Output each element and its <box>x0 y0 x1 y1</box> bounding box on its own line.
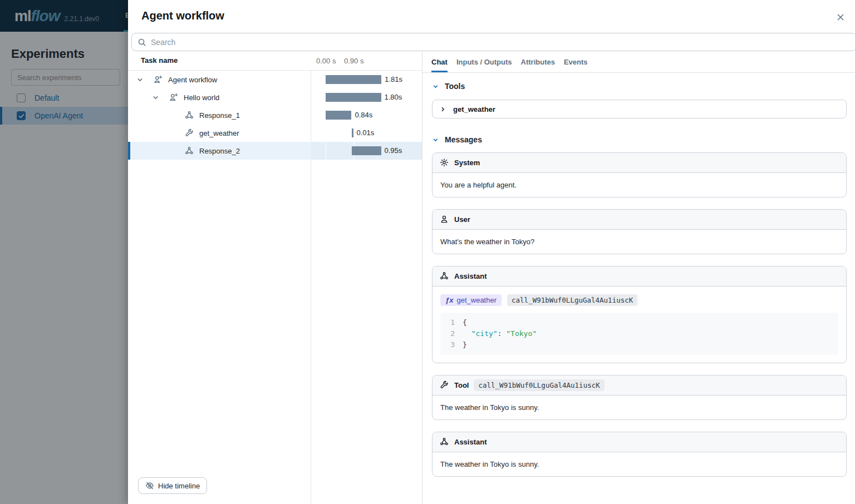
model-icon <box>185 111 194 120</box>
tools-section-label: Tools <box>445 82 465 91</box>
modal-body: Task name 0.00 s 0.90 s Agent workflow1.… <box>128 52 855 504</box>
message-text: What's the weather in Tokyo? <box>440 238 838 246</box>
duration-bar <box>326 93 381 102</box>
hide-timeline-label: Hide timeline <box>158 482 200 490</box>
tree-node-label: Agent workflow <box>168 76 217 84</box>
code-token: "Tokyo" <box>506 329 537 338</box>
message-role-label: User <box>454 215 470 224</box>
duration-label: 0.01s <box>357 129 375 137</box>
wrench-icon <box>185 129 194 137</box>
tree-row[interactable]: Response_20.95s <box>128 142 422 160</box>
message-card-body: The weather in Tokyo is sunny. <box>433 396 846 419</box>
timeline-gridline <box>353 106 354 124</box>
trace-modal: Agent workflow Task name 0.00 s 0.90 s A… <box>128 0 855 504</box>
message-card: Toolcall_W91bWuf0LLguGal4Au1iuscKThe wea… <box>432 375 847 420</box>
tree-row-name-cell: Hello world <box>128 88 311 106</box>
message-text: The weather in Tokyo is sunny. <box>440 403 838 412</box>
timeline-tick-0: 0.00 s <box>316 57 336 65</box>
tree-row[interactable]: Response_10.84s <box>128 106 422 124</box>
tree-row[interactable]: Agent workflow1.81s <box>128 71 422 88</box>
messages-section-header[interactable]: Messages <box>432 135 847 144</box>
tab-inputs-outputs[interactable]: Inputs / Outputs <box>456 52 512 72</box>
tree-node-label: Response_2 <box>199 147 240 155</box>
messages-list: SystemYou are a helpful agent.UserWhat's… <box>432 152 847 477</box>
message-card-body: The weather in Tokyo is sunny. <box>433 452 846 476</box>
function-chip[interactable]: ƒxget_weather <box>440 294 502 306</box>
modal-title: Agent workflow <box>141 9 224 22</box>
tab-attributes[interactable]: Attributes <box>521 52 555 72</box>
tree-row-name-cell: Agent workflow <box>128 71 311 88</box>
tree-node-label: Hello world <box>184 93 219 102</box>
message-card-header: User <box>433 210 846 230</box>
code-token: } <box>463 340 467 349</box>
message-role-label: Assistant <box>454 438 487 446</box>
timeline-gridline <box>326 142 326 160</box>
duration-label: 1.81s <box>385 75 402 84</box>
tree-row[interactable]: Hello world1.80s <box>128 88 422 106</box>
line-number: 1 <box>440 317 455 328</box>
code-line: 2 "city": "Tokyo" <box>440 328 838 339</box>
message-card: SystemYou are a helpful agent. <box>432 152 847 197</box>
tool-call-id-chip: call_W91bWuf0LLguGal4Au1iuscK <box>474 379 604 391</box>
chevron-down-icon[interactable] <box>148 94 163 101</box>
message-role-label: System <box>454 159 480 167</box>
tree-row[interactable]: get_weather0.01s <box>128 124 422 142</box>
span-tree-pane: Task name 0.00 s 0.90 s Agent workflow1.… <box>128 52 422 504</box>
chevron-right-icon <box>439 106 446 113</box>
hide-timeline-button[interactable]: Hide timeline <box>138 477 207 494</box>
message-text: You are a helpful agent. <box>440 181 838 189</box>
code-text: { <box>463 317 467 328</box>
timeline-gridline <box>353 124 354 142</box>
message-card-body: ƒxget_weathercall_W91bWuf0LLguGal4Au1ius… <box>433 286 846 363</box>
tree-row-name-cell: Response_2 <box>128 142 311 160</box>
code-token: : <box>498 329 507 338</box>
model-icon <box>440 271 449 281</box>
function-name-label: get_weather <box>456 296 497 304</box>
message-card-header: System <box>433 153 846 173</box>
duration-bar <box>352 146 381 155</box>
tools-section-header[interactable]: Tools <box>432 82 847 91</box>
code-text: "city": "Tokyo" <box>463 328 537 339</box>
eye-off-icon <box>145 481 154 490</box>
chevron-down-icon[interactable] <box>132 76 147 83</box>
user-icon <box>440 215 449 224</box>
span-tree-rows: Agent workflow1.81sHello world1.80sRespo… <box>128 71 422 160</box>
span-details-pane: ChatInputs / OutputsAttributesEvents Too… <box>422 52 855 504</box>
duration-label: 0.84s <box>355 111 372 120</box>
code-line: 1{ <box>440 317 838 328</box>
code-token: { <box>463 318 467 327</box>
message-role-label: Tool <box>454 381 469 389</box>
task-name-column-header: Task name <box>141 56 178 65</box>
timeline-cell: 0.95s <box>311 142 422 160</box>
message-card-body: What's the weather in Tokyo? <box>433 230 846 254</box>
timeline-cell: 0.84s <box>311 106 422 124</box>
message-card: AssistantThe weather in Tokyo is sunny. <box>432 432 847 477</box>
tab-chat[interactable]: Chat <box>431 52 448 72</box>
message-card: UserWhat's the weather in Tokyo? <box>432 209 847 254</box>
message-text: The weather in Tokyo is sunny. <box>440 460 838 468</box>
tool-definition-expander[interactable]: get_weather <box>432 100 847 118</box>
timeline-tick-1: 0.90 s <box>344 57 363 65</box>
wrench-icon <box>440 381 449 390</box>
duration-bar <box>326 75 381 84</box>
code-token: "city" <box>471 329 498 338</box>
message-card-header: Assistant <box>433 432 846 452</box>
tree-node-label: get_weather <box>199 129 239 137</box>
timeline-cell: 1.80s <box>311 88 422 106</box>
messages-section-label: Messages <box>445 135 482 144</box>
fx-icon: ƒx <box>445 296 453 304</box>
agent-icon <box>169 93 178 102</box>
close-icon[interactable] <box>834 11 847 24</box>
arguments-code-block: 1{2 "city": "Tokyo"3} <box>440 313 838 355</box>
message-role-label: Assistant <box>454 272 487 280</box>
model-icon <box>185 146 194 155</box>
gear-icon <box>440 158 449 167</box>
search-icon <box>137 38 146 47</box>
code-line: 3} <box>440 339 838 350</box>
line-number: 2 <box>440 328 455 339</box>
trace-search-input[interactable] <box>151 38 850 47</box>
code-token <box>463 329 471 338</box>
timeline-cell: 1.81s <box>311 71 422 88</box>
tab-events[interactable]: Events <box>564 52 588 72</box>
details-tabs: ChatInputs / OutputsAttributesEvents <box>422 52 855 73</box>
